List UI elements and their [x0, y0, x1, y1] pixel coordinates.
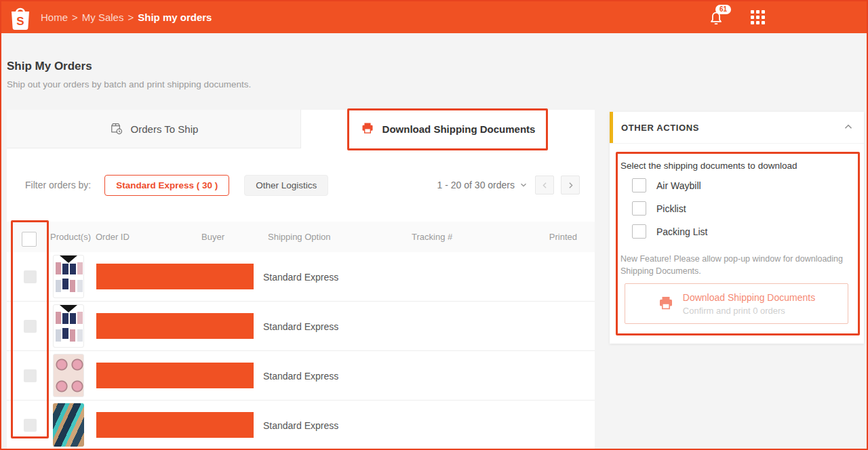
download-button-title: Download Shipping Documents — [683, 292, 815, 303]
checkbox-air-waybill[interactable]: Air Waybill — [632, 178, 701, 192]
column-product: Product(s) — [50, 232, 91, 242]
redacted-order-info — [96, 313, 254, 339]
tab-label: Download Shipping Documents — [382, 123, 536, 135]
title-block: Ship My Orders Ship out your orders by b… — [7, 60, 251, 89]
breadcrumb-my-sales[interactable]: My Sales — [82, 12, 124, 23]
header-icons: 61 — [707, 1, 765, 33]
package-clock-icon — [109, 121, 123, 137]
collapse-chevron-up-icon[interactable] — [842, 121, 854, 136]
product-thumbnail — [53, 354, 84, 397]
row-checkbox[interactable] — [24, 270, 37, 283]
table-header: Product(s) Order ID Buyer Shipping Optio… — [7, 222, 595, 252]
row-checkbox[interactable] — [24, 369, 37, 382]
page-title: Ship My Orders — [7, 60, 251, 73]
breadcrumb-current: Ship my orders — [138, 12, 212, 23]
table-row: Standard Express — [7, 351, 595, 401]
pagination: 1 - 20 of 30 orders — [437, 148, 580, 222]
checkbox-packing-list[interactable]: Packing List — [632, 224, 707, 239]
download-button-subtitle: Confirm and print 0 orders — [683, 306, 815, 316]
printer-icon — [658, 295, 674, 313]
row-checkbox[interactable] — [24, 320, 37, 333]
gold-accent-bar — [610, 112, 613, 143]
page-subtitle: Ship out your orders by batch and print … — [7, 79, 251, 89]
checkbox-label: Air Waybill — [656, 180, 701, 191]
notification-count-badge: 61 — [715, 5, 731, 14]
notification-bell-icon[interactable]: 61 — [707, 9, 725, 26]
product-thumbnail — [53, 403, 84, 447]
top-header: S Home > My Sales > Ship my orders 61 — [1, 1, 867, 33]
table-row: Standard Express — [7, 302, 595, 351]
ship-my-orders-page: S Home > My Sales > Ship my orders 61 S — [0, 0, 868, 450]
checkbox[interactable] — [632, 178, 646, 192]
page-range-dropdown[interactable]: 1 - 20 of 30 orders — [437, 180, 528, 190]
redacted-order-info — [96, 412, 254, 438]
page-range-label: 1 - 20 of 30 orders — [437, 180, 515, 190]
breadcrumb-separator: > — [72, 12, 78, 23]
other-actions-title: OTHER ACTIONS — [621, 123, 699, 133]
chevron-right-icon — [566, 181, 575, 190]
download-shipping-documents-button[interactable]: Download Shipping Documents Confirm and … — [625, 283, 848, 324]
checkbox-label: Packing List — [656, 226, 707, 237]
column-order-id: Order ID — [96, 232, 130, 242]
tab-download-shipping-documents[interactable]: Download Shipping Documents — [301, 110, 595, 148]
other-actions-header: OTHER ACTIONS — [610, 112, 864, 144]
row-shipping-option: Standard Express — [263, 351, 338, 401]
checkbox-label: Picklist — [656, 203, 686, 214]
tab-orders-to-ship[interactable]: Orders To Ship — [7, 110, 301, 148]
tab-label: Orders To Ship — [131, 123, 199, 135]
popup-feature-note: New Feature! Please allow pop-up window … — [620, 253, 844, 277]
apps-grid-icon[interactable] — [751, 10, 765, 24]
row-checkbox[interactable] — [24, 419, 37, 432]
next-page-button[interactable] — [561, 176, 580, 195]
checkbox[interactable] — [632, 224, 646, 239]
row-shipping-option: Standard Express — [263, 401, 338, 450]
other-actions-panel: OTHER ACTIONS Select the shipping docume… — [610, 112, 864, 344]
breadcrumb-separator: > — [127, 12, 134, 23]
table-row: Standard Express — [7, 401, 595, 450]
product-thumbnail — [53, 304, 84, 348]
chevron-down-icon — [519, 180, 528, 190]
column-buyer: Buyer — [201, 232, 224, 242]
breadcrumb: Home > My Sales > Ship my orders — [41, 12, 212, 23]
filter-standard-express-button[interactable]: Standard Express ( 30 ) — [104, 175, 229, 196]
prev-page-button[interactable] — [535, 176, 554, 195]
filter-row: Filter orders by: Standard Express ( 30 … — [7, 148, 595, 222]
redacted-order-info — [96, 363, 254, 388]
column-shipping-option: Shipping Option — [268, 232, 331, 242]
select-documents-label: Select the shipping documents to downloa… — [620, 161, 797, 171]
redacted-order-info — [96, 264, 254, 289]
row-shipping-option: Standard Express — [263, 302, 338, 351]
column-tracking: Tracking # — [412, 232, 452, 242]
svg-text:S: S — [16, 15, 24, 28]
table-row: Standard Express — [7, 252, 595, 302]
shopee-logo-icon[interactable]: S — [8, 4, 33, 31]
product-thumbnail — [53, 255, 84, 298]
row-shipping-option: Standard Express — [263, 252, 338, 302]
column-printed: Printed — [549, 232, 577, 242]
chevron-left-icon — [540, 181, 549, 190]
checkbox-picklist[interactable]: Picklist — [632, 201, 686, 216]
printer-icon — [361, 121, 374, 137]
checkbox[interactable] — [632, 201, 646, 216]
breadcrumb-home[interactable]: Home — [41, 12, 68, 23]
filter-label: Filter orders by: — [25, 180, 91, 190]
tab-bar: Orders To Ship Download Shipping Documen… — [7, 110, 595, 148]
orders-table-card: Filter orders by: Standard Express ( 30 … — [7, 148, 595, 449]
filter-other-logistics-button[interactable]: Other Logistics — [244, 175, 328, 196]
select-all-checkbox[interactable] — [22, 232, 37, 247]
